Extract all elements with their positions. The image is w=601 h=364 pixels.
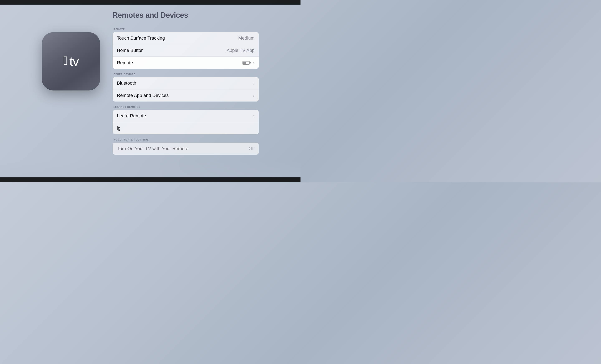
bottom-bar xyxy=(0,177,300,182)
touch-surface-tracking-right: Medium xyxy=(238,35,255,41)
home-button-label: Home Button xyxy=(117,48,144,53)
learn-remote-right: › xyxy=(253,114,255,118)
learned-remotes-list-group: Learn Remote › lg xyxy=(113,110,259,134)
bluetooth-label: Bluetooth xyxy=(117,80,136,86)
turn-on-tv-item[interactable]: Turn On Your TV with Your Remote Off xyxy=(113,143,259,155)
remote-item[interactable]: Remote › xyxy=(113,57,259,69)
page-title: Remotes and Devices xyxy=(112,11,188,19)
tv-label: tv xyxy=(69,55,79,68)
battery-fill xyxy=(243,62,245,64)
remote-list-group: Touch Surface Tracking Medium Home Butto… xyxy=(113,32,259,69)
apple-tv-logo:  tv xyxy=(63,55,79,68)
bluetooth-item[interactable]: Bluetooth › xyxy=(113,77,259,89)
remote-app-and-devices-label: Remote App and Devices xyxy=(117,93,169,98)
top-bar xyxy=(0,0,300,5)
remote-chevron-right-icon: › xyxy=(253,60,255,65)
remote-label: Remote xyxy=(117,60,133,66)
learned-remotes-section-label: LEARNED REMOTES xyxy=(113,106,259,108)
home-button-value: Apple TV App xyxy=(227,48,255,53)
settings-panel: REMOTE Touch Surface Tracking Medium Hom… xyxy=(113,28,259,155)
home-button-item[interactable]: Home Button Apple TV App xyxy=(113,44,259,57)
lg-label: lg xyxy=(117,125,120,131)
home-theater-control-list-group: Turn On Your TV with Your Remote Off xyxy=(113,143,259,155)
apple-logo-icon:  xyxy=(63,54,68,67)
home-button-right: Apple TV App xyxy=(227,48,255,53)
remote-app-chevron-right-icon: › xyxy=(253,93,255,98)
other-devices-list-group: Bluetooth › Remote App and Devices › xyxy=(113,77,259,102)
remote-section-label: REMOTE xyxy=(113,28,259,30)
remote-app-and-devices-right: › xyxy=(253,93,255,98)
learn-remote-label: Learn Remote xyxy=(117,113,146,119)
other-devices-section-label: OTHER DEVICES xyxy=(113,73,259,76)
lg-item[interactable]: lg xyxy=(113,122,259,134)
remote-app-and-devices-item[interactable]: Remote App and Devices › xyxy=(113,89,259,102)
battery-body xyxy=(242,61,250,65)
turn-on-tv-value: Off xyxy=(249,146,255,151)
bluetooth-chevron-right-icon: › xyxy=(253,81,255,86)
touch-surface-tracking-label: Touch Surface Tracking xyxy=(117,35,165,41)
touch-surface-tracking-value: Medium xyxy=(238,35,255,41)
home-theater-control-section-label: HOME THEATER CONTROL xyxy=(113,138,259,141)
learn-remote-item[interactable]: Learn Remote › xyxy=(113,110,259,122)
battery-tip xyxy=(250,62,251,64)
learn-remote-chevron-right-icon: › xyxy=(253,114,255,118)
apple-tv-app-icon:  tv xyxy=(42,32,100,90)
turn-on-tv-right: Off xyxy=(249,146,255,151)
touch-surface-tracking-item[interactable]: Touch Surface Tracking Medium xyxy=(113,32,259,44)
app-icon-panel:  tv xyxy=(42,28,100,90)
battery-icon xyxy=(242,61,251,65)
turn-on-tv-label: Turn On Your TV with Your Remote xyxy=(117,146,188,151)
bluetooth-right: › xyxy=(253,81,255,86)
remote-right: › xyxy=(242,60,255,65)
